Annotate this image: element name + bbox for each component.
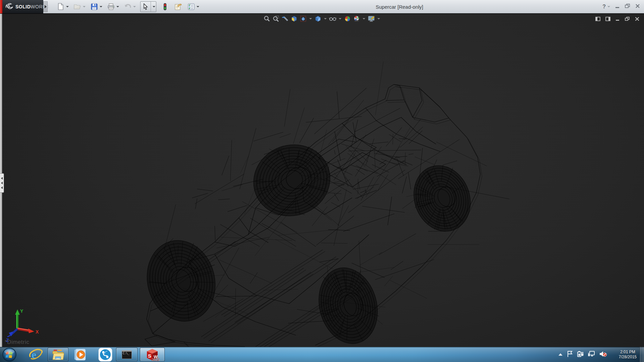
collapse-arrow-icon [1, 186, 3, 189]
edit-appearance-icon[interactable] [344, 15, 351, 22]
help-dropdown-icon [607, 6, 610, 7]
clock-date: 7/28/2015 [619, 355, 637, 360]
options-button[interactable] [187, 2, 196, 11]
collapse-arrow-icon [1, 182, 3, 184]
display-style-dropdown-icon[interactable] [324, 18, 327, 19]
solidworks-menu-button[interactable]: SOLIDWORKS [2, 0, 43, 13]
titlebar-controls: ? [602, 0, 640, 13]
axis-x-label: X [36, 329, 39, 335]
hide-show-dropdown-icon[interactable] [339, 18, 341, 19]
axis-y-label: Y [20, 308, 23, 314]
section-view-icon[interactable] [290, 15, 298, 22]
new-dropdown-icon[interactable] [66, 6, 69, 7]
svg-text:2015: 2015 [152, 358, 159, 361]
previous-view-icon[interactable] [281, 15, 289, 22]
title-bar: SOLIDWORKS [0, 0, 644, 13]
document-window-controls [595, 16, 639, 22]
view-settings-dropdown-icon[interactable] [377, 18, 380, 19]
help-icon: ? [602, 4, 606, 10]
view-orientation-dropdown-icon[interactable] [309, 18, 312, 19]
minimize-button[interactable] [615, 4, 620, 10]
taskbar-clock[interactable]: 2:01 PM 7/28/2015 [619, 347, 637, 362]
open-folder-button[interactable] [73, 2, 82, 11]
brand-expander-icon[interactable] [43, 1, 48, 12]
print-dropdown-icon[interactable] [116, 6, 119, 7]
command-prompt-icon: C:\_ [122, 350, 132, 359]
system-tray [558, 347, 607, 362]
close-button[interactable] [635, 4, 640, 10]
select-dropdown-icon[interactable] [151, 2, 156, 12]
supercar-wireframe-model [0, 14, 644, 347]
display-style-icon[interactable] [314, 15, 322, 22]
undo-button[interactable] [123, 2, 132, 11]
zoom-to-fit-icon[interactable] [263, 15, 271, 22]
tray-network-icon[interactable] [588, 351, 595, 359]
ds-logo-icon [5, 2, 14, 11]
hide-show-items-icon[interactable] [329, 15, 336, 22]
graphics-viewport[interactable]: Y X Z *Dimetric [0, 14, 644, 347]
taskbar-command-prompt[interactable]: C:\_ [116, 348, 138, 361]
main-toolbar [56, 0, 202, 13]
start-button[interactable] [1, 348, 17, 361]
window-title: Supercar [Read-only] [376, 0, 423, 13]
clock-time: 2:01 PM [619, 350, 637, 355]
tray-action-center-icon[interactable] [567, 351, 573, 359]
taskbar-blue-branch-app[interactable] [97, 348, 113, 361]
help-button[interactable]: ? [602, 4, 610, 10]
tray-show-hidden-icon[interactable] [558, 352, 563, 358]
heads-up-view-toolbar [263, 15, 381, 22]
new-document-button[interactable] [56, 2, 65, 11]
select-cursor-button[interactable] [141, 2, 151, 12]
pane-toggle-right-icon[interactable] [605, 16, 610, 22]
open-dropdown-icon[interactable] [83, 6, 86, 7]
doc-minimize-button[interactable] [615, 16, 620, 22]
file-properties-button[interactable] [174, 2, 182, 11]
zoom-to-area-icon[interactable] [272, 15, 280, 22]
taskbar-solidworks-2015[interactable]: S W 2015 [140, 348, 165, 361]
show-desktop-button[interactable] [640, 347, 644, 362]
apply-scene-dropdown-icon[interactable] [363, 18, 365, 19]
feature-manager-collapse-tab[interactable] [0, 173, 4, 193]
doc-close-button[interactable] [635, 16, 639, 22]
save-button[interactable] [90, 2, 99, 11]
tray-power-icon[interactable] [577, 351, 584, 359]
print-button[interactable] [107, 2, 115, 11]
restore-button[interactable] [625, 4, 630, 10]
windows-taskbar: e [0, 347, 644, 362]
tray-volume-muted-icon[interactable] [599, 351, 607, 359]
rebuild-stoplight-button[interactable] [161, 2, 169, 11]
doc-restore-button[interactable] [625, 16, 630, 22]
taskbar-media-player[interactable] [73, 348, 88, 361]
save-dropdown-icon[interactable] [100, 6, 102, 7]
select-tool-group [140, 1, 156, 12]
accent-red-strip [0, 0, 2, 13]
view-orientation-label: *Dimetric [5, 339, 29, 346]
view-settings-icon[interactable] [368, 15, 375, 22]
taskbar-windows-explorer[interactable] [48, 348, 68, 361]
options-dropdown-icon[interactable] [197, 6, 199, 7]
view-orientation-icon[interactable] [300, 15, 307, 22]
apply-scene-icon[interactable] [353, 15, 360, 22]
collapse-arrow-icon [1, 177, 3, 180]
taskbar-internet-explorer[interactable]: e [28, 348, 44, 361]
pane-toggle-left-icon[interactable] [595, 16, 600, 22]
svg-text:S: S [148, 353, 151, 359]
undo-dropdown-icon[interactable] [133, 6, 136, 7]
